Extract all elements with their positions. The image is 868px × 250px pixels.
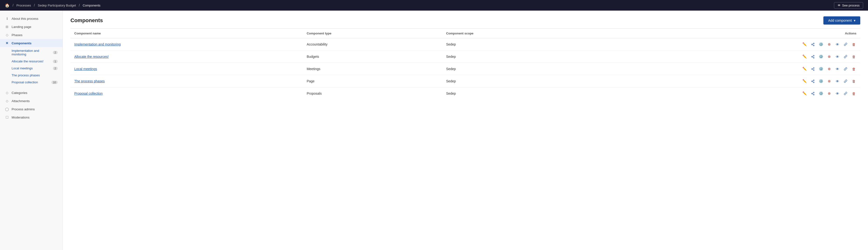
- view-icon[interactable]: 👁: [835, 54, 840, 59]
- topbar: 🏠 / Processes / Sedep Participatory Budg…: [0, 0, 868, 10]
- settings-icon[interactable]: ⚙️: [818, 91, 824, 96]
- edit-icon[interactable]: ✏️: [802, 66, 807, 72]
- chevron-down-icon: ▾: [854, 19, 856, 23]
- sidebar-sub-item-local[interactable]: Local meetings 2: [11, 65, 62, 72]
- components-table: Component name Component type Component …: [70, 29, 860, 100]
- share-icon[interactable]: [810, 91, 815, 96]
- component-scope-cell: Sedep: [442, 87, 593, 100]
- sidebar-item-admins[interactable]: ◯ Process admins: [0, 105, 62, 113]
- link-icon[interactable]: [843, 42, 848, 47]
- table-row: The process phases Page Sedep ✏️ ⚙️ ⊗ 👁: [70, 75, 860, 87]
- info-icon: ℹ: [5, 16, 9, 21]
- link-icon[interactable]: [843, 78, 848, 84]
- settings-icon[interactable]: ⚙️: [818, 54, 824, 59]
- actions-cell: ✏️ ⚙️ ⊗ 👁 🗑: [593, 38, 860, 50]
- processes-link[interactable]: Processes: [17, 4, 31, 7]
- edit-icon[interactable]: ✏️: [802, 42, 807, 47]
- block-icon[interactable]: ⊗: [827, 78, 832, 84]
- sidebar-item-about[interactable]: ℹ About this process: [0, 14, 62, 23]
- component-name-link[interactable]: Proposal collection: [74, 92, 103, 95]
- block-icon[interactable]: ⊗: [827, 42, 832, 47]
- sidebar-item-landing[interactable]: ⊞ Landing page: [0, 23, 62, 31]
- component-name-cell: The process phases: [70, 75, 303, 87]
- actions-cell: ✏️ ⚙️ ⊗ 👁 🗑: [593, 50, 860, 63]
- sidebar-sub-item-alloc[interactable]: Allocate the resources! 1: [11, 58, 62, 65]
- share-icon[interactable]: [810, 78, 815, 84]
- col-header-name: Component name: [70, 29, 303, 38]
- delete-icon[interactable]: 🗑: [851, 66, 857, 72]
- view-icon[interactable]: 👁: [835, 78, 840, 84]
- sidebar-sub-item-proposal[interactable]: Proposal collection 10: [11, 79, 62, 86]
- table-row: Proposal collection Proposals Sedep ✏️ ⚙…: [70, 87, 860, 100]
- attachments-icon: ◇: [5, 99, 9, 103]
- see-process-button[interactable]: 👁 See process: [834, 2, 863, 9]
- admins-icon: ◯: [5, 107, 9, 111]
- link-icon[interactable]: [843, 54, 848, 59]
- sidebar-item-components[interactable]: ✕ Components: [0, 39, 62, 47]
- table-header: Component name Component type Component …: [70, 29, 860, 38]
- edit-icon[interactable]: ✏️: [802, 91, 807, 96]
- home-icon[interactable]: 🏠: [5, 3, 10, 8]
- block-icon[interactable]: ⊗: [827, 66, 832, 72]
- delete-icon[interactable]: 🗑: [851, 54, 857, 59]
- component-type-cell: Page: [303, 75, 442, 87]
- svg-line-23: [812, 94, 813, 94]
- component-type-cell: Budgets: [303, 50, 442, 63]
- view-icon[interactable]: 👁: [835, 66, 840, 72]
- delete-icon[interactable]: 🗑: [851, 78, 857, 84]
- table-body: Implementation and monitoring Accountabi…: [70, 38, 860, 100]
- delete-icon[interactable]: 🗑: [851, 91, 857, 96]
- view-icon[interactable]: 👁: [835, 42, 840, 47]
- share-icon[interactable]: [810, 42, 815, 47]
- settings-icon[interactable]: ⚙️: [818, 42, 824, 47]
- table-row: Local meetings Meetings Sedep ✏️ ⚙️ ⊗ 👁: [70, 63, 860, 75]
- col-header-actions: Actions: [593, 29, 860, 38]
- sep2: /: [34, 3, 35, 7]
- svg-line-8: [812, 57, 813, 57]
- edit-icon[interactable]: ✏️: [802, 78, 807, 84]
- current-page-label: Components: [83, 4, 101, 7]
- link-icon[interactable]: [843, 66, 848, 72]
- sidebar-item-moderations[interactable]: ☐ Moderations: [0, 113, 62, 121]
- component-name-cell: Proposal collection: [70, 87, 303, 100]
- component-name-cell: Allocate the resources!: [70, 50, 303, 63]
- sidebar-item-attachments[interactable]: ◇ Attachments: [0, 97, 62, 105]
- edit-icon[interactable]: ✏️: [802, 54, 807, 59]
- sidebar-sub-item-impl[interactable]: Implementation and monitoring 2: [11, 47, 62, 58]
- component-scope-cell: Sedep: [442, 50, 593, 63]
- component-name-link[interactable]: Local meetings: [74, 67, 97, 71]
- component-scope-cell: Sedep: [442, 75, 593, 87]
- actions-cell: ✏️ ⚙️ ⊗ 👁 🗑: [593, 75, 860, 87]
- svg-line-4: [812, 44, 813, 44]
- component-name-link[interactable]: Implementation and monitoring: [74, 42, 121, 46]
- component-scope-cell: Sedep: [442, 63, 593, 75]
- sidebar-item-categories[interactable]: ◇ Categories: [0, 88, 62, 97]
- sep1: /: [12, 3, 13, 7]
- sep3: /: [79, 3, 80, 7]
- settings-icon[interactable]: ⚙️: [818, 78, 824, 84]
- sidebar-item-phases[interactable]: ◇ Phases: [0, 31, 62, 39]
- share-icon[interactable]: [810, 66, 815, 72]
- delete-icon[interactable]: 🗑: [851, 42, 857, 47]
- main-content: Components Add component ▾ Component nam…: [63, 10, 868, 250]
- actions-cell: ✏️ ⚙️ ⊗ 👁 🗑: [593, 87, 860, 100]
- link-icon[interactable]: [843, 91, 848, 96]
- sidebar-sub-item-phases2[interactable]: The process phases: [11, 72, 62, 79]
- view-icon[interactable]: 👁: [835, 91, 840, 96]
- layout: ℹ About this process ⊞ Landing page ◇ Ph…: [0, 10, 868, 250]
- component-name-link[interactable]: Allocate the resources!: [74, 55, 108, 59]
- add-component-button[interactable]: Add component ▾: [824, 16, 860, 25]
- component-name-link[interactable]: The process phases: [74, 79, 105, 83]
- svg-line-14: [812, 68, 813, 69]
- share-icon[interactable]: [810, 54, 815, 59]
- sidebar: ℹ About this process ⊞ Landing page ◇ Ph…: [0, 10, 63, 250]
- budget-link[interactable]: Sedep Participatory Budget: [38, 4, 76, 7]
- page-title: Components: [70, 17, 103, 24]
- block-icon[interactable]: ⊗: [827, 91, 832, 96]
- component-name-cell: Local meetings: [70, 63, 303, 75]
- block-icon[interactable]: ⊗: [827, 54, 832, 59]
- svg-line-24: [812, 93, 813, 93]
- local-badge: 2: [53, 67, 58, 70]
- cross-icon: ✕: [5, 41, 9, 45]
- settings-icon[interactable]: ⚙️: [818, 66, 824, 72]
